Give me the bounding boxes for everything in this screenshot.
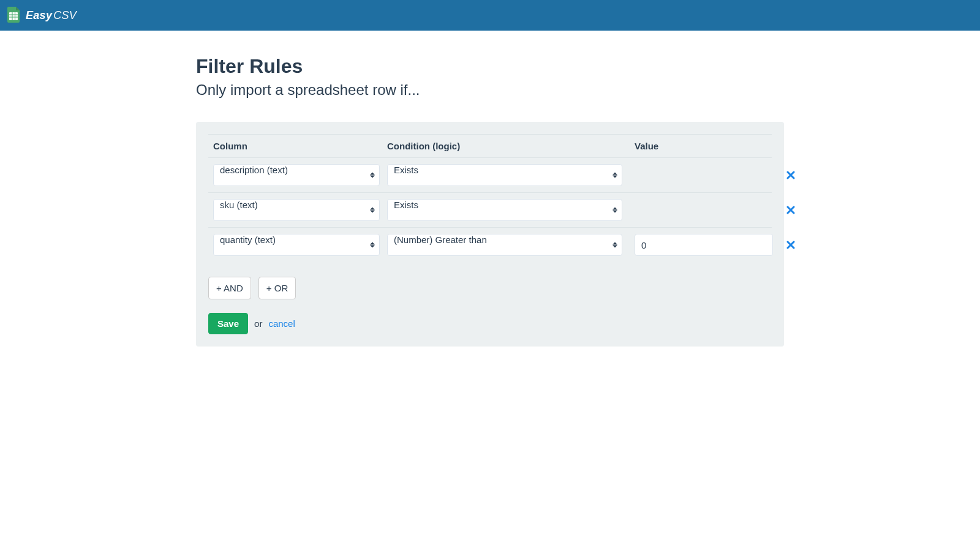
close-icon: [786, 171, 795, 179]
header-condition: Condition (logic): [387, 141, 622, 151]
condition-select[interactable]: Exists: [387, 164, 622, 186]
page-title: Filter Rules: [196, 55, 784, 78]
column-select[interactable]: quantity (text): [213, 234, 380, 256]
spreadsheet-icon: [7, 7, 21, 24]
svg-rect-0: [9, 12, 18, 20]
save-row: Save or cancel: [208, 313, 772, 334]
add-and-button[interactable]: + AND: [208, 277, 251, 299]
delete-rule-button[interactable]: [783, 203, 799, 217]
close-icon: [786, 241, 795, 249]
header-column: Column: [208, 141, 380, 151]
brand-text: EasyCSV: [26, 9, 77, 22]
rule-row: sku (text) Exists: [208, 192, 772, 227]
close-icon: [786, 206, 795, 214]
column-select[interactable]: description (text): [213, 164, 380, 186]
rule-row: description (text) Exists: [208, 157, 772, 192]
column-select[interactable]: sku (text): [213, 199, 380, 221]
add-rule-buttons: + AND + OR: [208, 277, 772, 299]
navbar: EasyCSV: [0, 0, 980, 31]
condition-select[interactable]: Exists: [387, 199, 622, 221]
rule-row: quantity (text) (Number) Greater than: [208, 227, 772, 262]
value-input[interactable]: [635, 234, 773, 256]
rules-header-row: Column Condition (logic) Value: [208, 134, 772, 157]
page-subtitle: Only import a spreadsheet row if...: [196, 81, 784, 99]
save-button[interactable]: Save: [208, 313, 248, 334]
delete-rule-button[interactable]: [783, 168, 799, 182]
condition-select[interactable]: (Number) Greater than: [387, 234, 622, 256]
delete-rule-button[interactable]: [783, 238, 799, 252]
add-or-button[interactable]: + OR: [258, 277, 296, 299]
filter-rules-panel: Column Condition (logic) Value descripti…: [196, 122, 784, 347]
brand-logo[interactable]: EasyCSV: [7, 7, 77, 24]
cancel-link[interactable]: cancel: [268, 318, 295, 329]
header-value: Value: [630, 141, 773, 151]
or-text: or: [254, 318, 262, 329]
